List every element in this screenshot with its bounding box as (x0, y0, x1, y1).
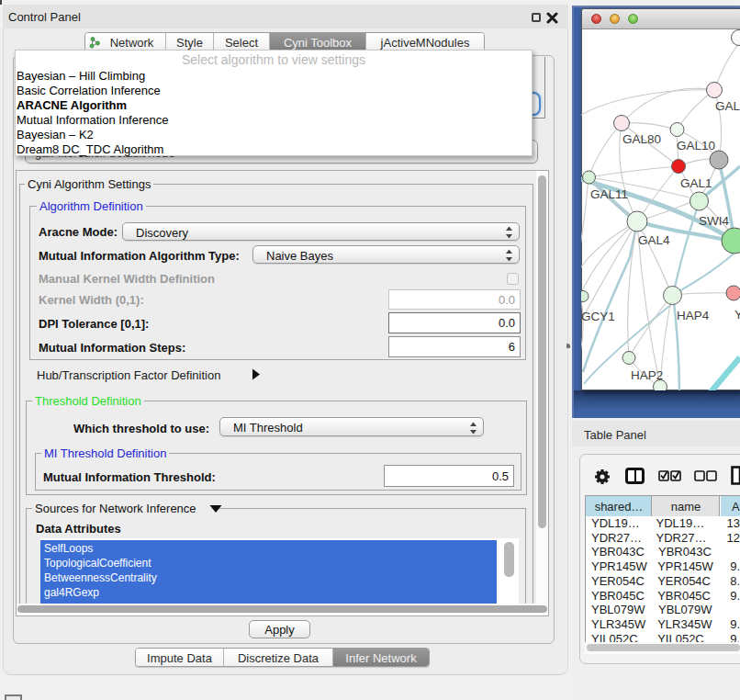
svg-text:HAP4: HAP4 (677, 309, 710, 322)
svg-text:SWI4: SWI4 (699, 214, 729, 228)
svg-text:GAL8: GAL8 (715, 99, 740, 113)
svg-text:Y: Y (734, 308, 740, 322)
svg-text:GAL80: GAL80 (622, 132, 661, 146)
svg-text:GAL1: GAL1 (680, 176, 712, 190)
svg-text:GAL10: GAL10 (677, 139, 715, 152)
svg-text:GAL4: GAL4 (638, 233, 670, 247)
svg-text:HAP2: HAP2 (631, 368, 663, 382)
svg-text:GAL11: GAL11 (590, 187, 628, 201)
svg-text:GCY1: GCY1 (581, 310, 615, 323)
